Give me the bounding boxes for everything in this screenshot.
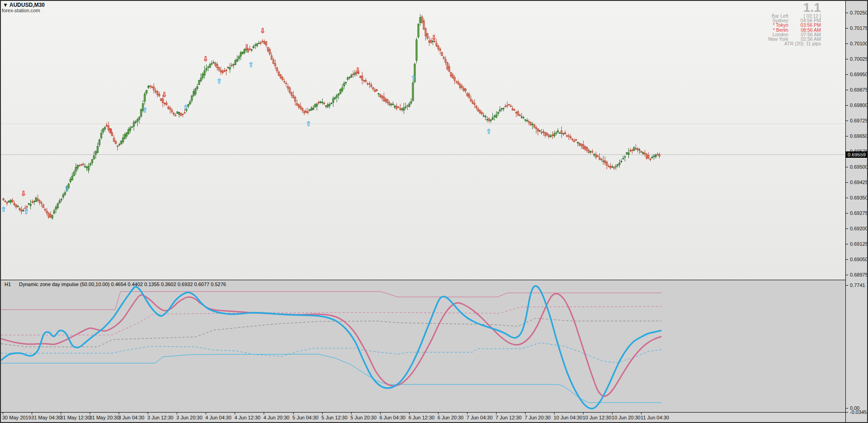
candle <box>95 151 96 154</box>
candle <box>342 88 343 91</box>
candle <box>501 108 502 109</box>
candle <box>574 141 575 142</box>
candle <box>483 116 484 116</box>
candle <box>479 110 481 113</box>
indicator-line-mid-zone-dashed <box>1 318 661 347</box>
time-label: 31 May 20:30 <box>89 415 120 420</box>
price-label: 0.69350 <box>850 195 868 200</box>
candle <box>302 108 303 111</box>
time-label: 5 Jun 20:30 <box>351 415 377 420</box>
time-axis[interactable]: 30 May 201931 May 04:3031 May 12:3031 Ma… <box>1 413 845 422</box>
price-label: 0.69800 <box>850 102 868 108</box>
candle <box>168 107 169 109</box>
indicator-price-tick <box>846 285 848 286</box>
candle <box>90 164 91 165</box>
candle <box>391 104 392 105</box>
candle <box>294 97 296 101</box>
candle <box>441 52 443 55</box>
candle <box>106 125 107 126</box>
candle <box>407 106 408 106</box>
candle <box>369 83 370 84</box>
candle <box>336 95 338 97</box>
candle <box>291 92 292 95</box>
candle <box>3 199 4 200</box>
main-chart-surface[interactable]: ▼ AUDUSD,M30 forex-station.com 1.1 Bar L… <box>1 1 845 280</box>
indicator-title: Dynamic zone day impulse (50.00,10.00) <box>19 282 110 287</box>
candle <box>229 68 231 69</box>
price-tick <box>846 105 848 106</box>
candle <box>104 127 106 129</box>
candle <box>305 111 307 112</box>
time-label: 10 Jun 04:30 <box>554 415 583 420</box>
candle <box>231 65 232 66</box>
candle <box>376 89 377 91</box>
time-tick <box>380 413 381 414</box>
candle <box>456 82 457 82</box>
candle <box>271 56 272 59</box>
candle <box>517 112 519 115</box>
candle <box>101 133 102 138</box>
candle <box>124 134 125 138</box>
time-label: 6 Jun 12:30 <box>409 415 435 420</box>
symbol-dropdown[interactable]: ▼ AUDUSD,M30 <box>3 2 45 8</box>
candle <box>39 200 40 202</box>
candle <box>657 155 658 155</box>
indicator-price-label: -0.0345 <box>850 409 867 415</box>
candle <box>485 117 486 117</box>
price-label: 0.70175 <box>850 25 868 31</box>
candle <box>121 141 122 144</box>
candle <box>284 81 285 82</box>
candle <box>111 133 113 136</box>
candle <box>468 94 470 97</box>
candle <box>559 133 560 133</box>
candle <box>343 83 345 86</box>
candle <box>588 150 589 152</box>
candle <box>566 136 568 136</box>
candle <box>606 162 608 165</box>
price-axis[interactable]: 0.69559 0.702500.701750.701000.700250.69… <box>845 1 867 422</box>
candle <box>400 108 401 110</box>
time-tick <box>61 413 61 414</box>
candle <box>135 122 136 122</box>
candle <box>6 202 8 203</box>
candle <box>519 115 521 116</box>
candle <box>224 71 225 72</box>
candle <box>448 67 450 72</box>
candle <box>345 82 347 83</box>
candle <box>269 49 270 54</box>
candle <box>276 68 278 71</box>
candle <box>93 156 95 159</box>
candle <box>601 159 602 160</box>
candle <box>173 113 174 114</box>
candle <box>72 176 73 180</box>
candle <box>30 204 31 205</box>
candle <box>503 108 504 109</box>
time-tick <box>467 413 468 414</box>
time-label: 3 Jun 20:30 <box>176 415 203 420</box>
candle <box>396 106 397 108</box>
time-label: 4 Jun 12:30 <box>234 415 260 420</box>
candle <box>548 135 550 136</box>
candle <box>381 96 383 98</box>
candle <box>249 49 251 50</box>
indicator-subwindow[interactable]: H1Dynamic zone day impulse (50.00,10.00)… <box>1 280 845 413</box>
candle <box>188 105 189 107</box>
time-tick <box>264 413 264 414</box>
candle <box>198 81 200 85</box>
candle <box>648 156 649 158</box>
candle <box>470 99 472 101</box>
candle <box>514 110 515 110</box>
chevron-down-icon[interactable]: ▼ <box>3 2 8 8</box>
candle <box>66 186 68 190</box>
candle <box>63 195 64 197</box>
candle <box>81 165 82 165</box>
candle <box>162 99 164 103</box>
candle <box>128 130 129 134</box>
candle <box>24 208 26 209</box>
candle <box>64 193 66 195</box>
candle <box>48 213 49 217</box>
candle <box>452 75 453 78</box>
candle <box>86 167 87 168</box>
candle <box>389 102 390 105</box>
candle <box>412 83 414 101</box>
